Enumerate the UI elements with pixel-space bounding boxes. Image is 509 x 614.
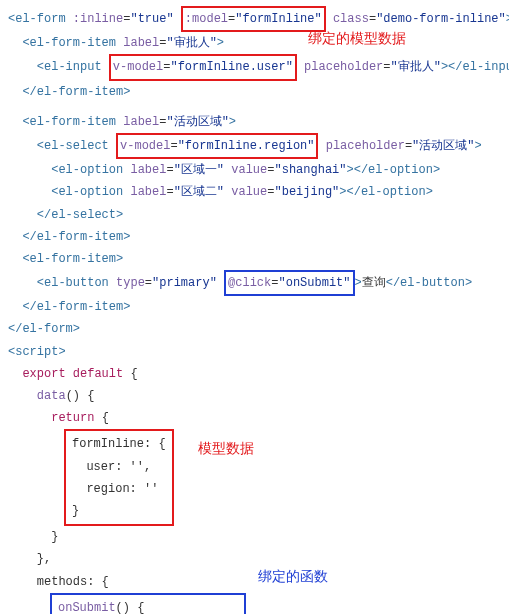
code-line: onSubmit() { console.log('submit!');} [8,593,501,614]
code-line: } [8,526,501,548]
code-line: <script> [8,341,501,363]
code-line: </el-select> [8,204,501,226]
code-line: <el-select v-model="formInline.region" p… [8,133,501,159]
code-line: formInline: { user: '', region: ''} [8,429,501,526]
highlight-vmodel-region: v-model="formInline.region" [116,133,318,159]
code-line: methods: { [8,571,501,593]
highlight-click-bind: @click="onSubmit" [224,270,354,296]
code-line: <el-option label="区域一" value="shanghai">… [8,159,501,181]
annotation-top: 绑定的模型数据 [308,26,406,52]
code-line: export default { [8,363,501,385]
code-line: return { [8,407,501,429]
highlight-bound-func: onSubmit() { console.log('submit!');} [50,593,246,614]
code-line: <el-form :inline="true" :model="formInli… [8,6,501,32]
code-line: </el-form-item> [8,81,501,103]
code-line: }, [8,548,501,570]
code-line: </el-form> [8,318,501,340]
highlight-model-bind: :model="formInline" [181,6,326,32]
highlight-model-data: formInline: { user: '', region: ''} [64,429,174,526]
annotation-mid: 模型数据 [198,436,254,462]
code-line: </el-form-item> [8,296,501,318]
highlight-vmodel-user: v-model="formInline.user" [109,54,297,80]
code-line: <el-option label="区域二" value="beijing"><… [8,181,501,203]
code-line: </el-form-item> [8,226,501,248]
code-line: <el-form-item label="审批人"> [8,32,501,54]
code-line: <el-input v-model="formInline.user" plac… [8,54,501,80]
code-line: <el-form-item label="活动区域"> [8,111,501,133]
code-line: <el-button type="primary" @click="onSubm… [8,270,501,296]
code-line: data() { [8,385,501,407]
code-line: <el-form-item> [8,248,501,270]
annotation-bottom: 绑定的函数 [258,564,328,590]
code-container: <el-form :inline="true" :model="formInli… [8,6,501,614]
